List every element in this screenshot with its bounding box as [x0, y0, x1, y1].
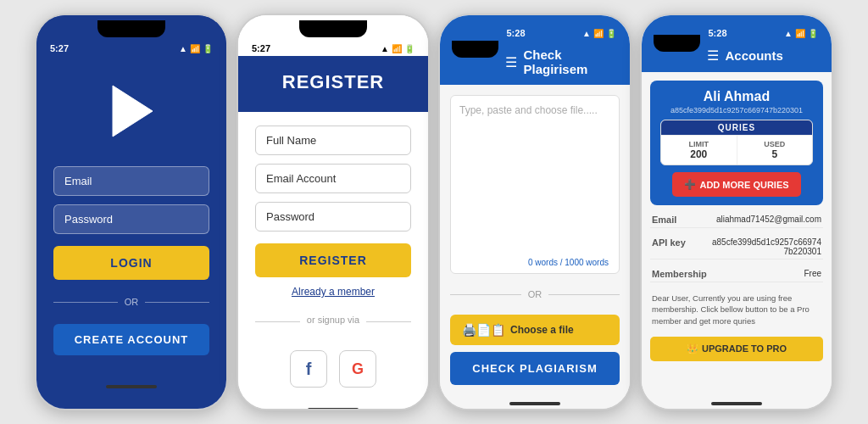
accounts-header-title: Accounts: [726, 48, 783, 63]
notch-login: [97, 20, 165, 37]
email-row: Email aliahmad71452@gmail.com: [650, 212, 823, 228]
word-count: 0 words / 1000 words: [525, 257, 612, 268]
check-header-title: Check Plagirisem: [524, 47, 619, 76]
notch-register: [299, 20, 367, 37]
status-time-check: 5:28: [507, 28, 526, 38]
file-icons: 🖨️📄📋: [462, 323, 505, 337]
status-time-register: 5:27: [252, 43, 270, 53]
queries-row: LIMIT 200 USED 5: [661, 135, 812, 165]
check-plagiarism-button[interactable]: CHECK PLAGIARISM: [450, 352, 620, 385]
membership-label: Membership: [652, 269, 707, 279]
wifi-icon-acc: 📶: [795, 29, 805, 38]
phone-accounts: 5:28 ▲ 📶 🔋 ☰ Accounts Ali Ahmad: [640, 14, 833, 410]
phone-check: 5:28 ▲ 📶 🔋 ☰ Check Plagirisem T: [438, 14, 632, 410]
signal-icon-chk: ▲: [582, 29, 591, 38]
check-header: 5:28 ▲ 📶 🔋 ☰ Check Plagirisem: [440, 15, 630, 85]
battery-icon: 🔋: [203, 44, 213, 53]
email-label: Email: [652, 215, 676, 225]
queries-header: QURIES: [661, 120, 812, 135]
status-icons-accounts: ▲ 📶 🔋: [784, 29, 818, 38]
accounts-header: 5:28 ▲ 📶 🔋 ☰ Accounts: [642, 15, 832, 72]
register-title-area: REGISTER: [238, 56, 428, 112]
header-row-accounts: ☰ Accounts: [707, 47, 821, 64]
password-field-reg[interactable]: Password: [255, 202, 411, 232]
already-member-link[interactable]: Already a member: [255, 286, 411, 298]
status-time-login: 5:27: [50, 43, 69, 53]
screens-container: 5:27 ▲ 📶 🔋 Email Password LOGIN: [0, 0, 868, 424]
register-button[interactable]: REGISTER: [255, 243, 411, 277]
menu-icon[interactable]: ☰: [505, 54, 517, 70]
home-indicator-accounts: [711, 402, 762, 405]
status-bar-check: 5:28 ▲ 📶 🔋: [505, 25, 619, 44]
email-field[interactable]: Email: [53, 166, 209, 196]
status-bar-register: 5:27 ▲ 📶 🔋: [238, 37, 428, 56]
or-divider-check: OR: [450, 289, 620, 299]
used-label: USED: [742, 140, 809, 148]
battery-icon-reg: 🔋: [404, 44, 415, 53]
social-buttons-row: f G: [255, 350, 411, 388]
notch-accounts: [654, 35, 700, 52]
fullname-field[interactable]: Full Name: [255, 126, 411, 155]
membership-row: Membership Free: [650, 266, 823, 282]
choose-file-button[interactable]: 🖨️📄📋 Choose a file: [450, 315, 620, 345]
home-indicator-check: [509, 402, 560, 405]
phone-register: 5:27 ▲ 📶 🔋 REGISTER Full Name Email Acco…: [236, 14, 430, 410]
battery-icon-chk: 🔋: [606, 29, 616, 38]
register-fields: Full Name Email Account Password REGISTE…: [238, 112, 428, 401]
email-value: aliahmad71452@gmail.com: [716, 215, 821, 224]
wifi-icon-reg: 📶: [392, 44, 402, 53]
battery-icon-acc: 🔋: [808, 29, 818, 38]
status-icons-login: ▲ 📶 🔋: [179, 44, 213, 53]
header-row-check: ☰ Check Plagirisem: [505, 47, 619, 76]
queries-box: QURIES LIMIT 200 USED 5: [660, 120, 813, 165]
limit-label: LIMIT: [665, 140, 732, 148]
register-title: REGISTER: [255, 71, 411, 93]
user-card: Ali Ahmad a85cfe399d5d1c9257c669747b2203…: [650, 81, 823, 205]
signal-icon-reg: ▲: [381, 44, 389, 53]
used-value: 5: [742, 148, 809, 160]
status-bar-login: 5:27 ▲ 📶 🔋: [36, 37, 226, 56]
status-icons-check: ▲ 📶 🔋: [582, 29, 616, 38]
status-time-accounts: 5:28: [709, 28, 727, 38]
user-hash: a85cfe399d5d1c9257c669747b220301: [660, 106, 813, 114]
limit-value: 200: [665, 148, 732, 160]
status-icons-register: ▲ 📶 🔋: [381, 44, 415, 53]
facebook-button[interactable]: f: [290, 350, 327, 388]
add-queries-button[interactable]: ➕ ADD MORE QURIES: [672, 172, 800, 197]
apikey-label: API key: [652, 237, 686, 248]
create-account-button[interactable]: CREATE ACCOUNT: [53, 324, 209, 355]
or-divider-login: OR: [53, 297, 209, 307]
screen-register: 5:27 ▲ 📶 🔋 REGISTER Full Name Email Acco…: [238, 15, 428, 410]
check-body: Type, paste and choose file..... 0 words…: [440, 85, 630, 395]
screen-check: 5:28 ▲ 📶 🔋 ☰ Check Plagirisem T: [440, 15, 630, 409]
wifi-icon: 📶: [190, 44, 200, 53]
svg-marker-0: [113, 86, 153, 137]
plus-icon: ➕: [684, 179, 696, 190]
user-name: Ali Ahmad: [660, 89, 813, 104]
text-input-area[interactable]: Type, paste and choose file..... 0 words…: [450, 95, 620, 274]
email-account-field[interactable]: Email Account: [255, 164, 411, 193]
notch-check: [452, 41, 498, 58]
menu-icon-accounts[interactable]: ☰: [707, 47, 719, 64]
password-field[interactable]: Password: [53, 204, 209, 234]
apikey-row: API key a85cfe399d5d1c9257c669747b220301: [650, 235, 823, 259]
textarea-placeholder: Type, paste and choose file.....: [459, 104, 598, 116]
signal-icon: ▲: [179, 44, 187, 53]
used-cell: USED 5: [737, 136, 813, 165]
app-logo: [106, 81, 157, 141]
upgrade-button[interactable]: 👑 UPGRADE TO PRO: [650, 337, 823, 361]
wifi-icon-chk: 📶: [593, 29, 604, 38]
status-bar-accounts: 5:28 ▲ 📶 🔋: [707, 25, 821, 44]
signal-icon-acc: ▲: [784, 29, 793, 38]
apikey-value: a85cfe399d5d1c9257c669747b220301: [711, 237, 821, 256]
phone-login: 5:27 ▲ 📶 🔋 Email Password LOGIN: [35, 14, 228, 410]
limit-cell: LIMIT 200: [661, 136, 737, 165]
accounts-body: Ali Ahmad a85cfe399d5d1c9257c669747b2203…: [642, 72, 832, 395]
login-fields: Email Password LOGIN OR CREATE ACCOUNT: [36, 166, 226, 378]
screen-accounts: 5:28 ▲ 📶 🔋 ☰ Accounts Ali Ahmad: [642, 15, 832, 409]
membership-value: Free: [804, 269, 821, 278]
crown-icon: 👑: [687, 343, 698, 354]
screen-login: 5:27 ▲ 📶 🔋 Email Password LOGIN: [36, 15, 226, 409]
google-button[interactable]: G: [339, 350, 376, 388]
login-button[interactable]: LOGIN: [53, 246, 209, 280]
